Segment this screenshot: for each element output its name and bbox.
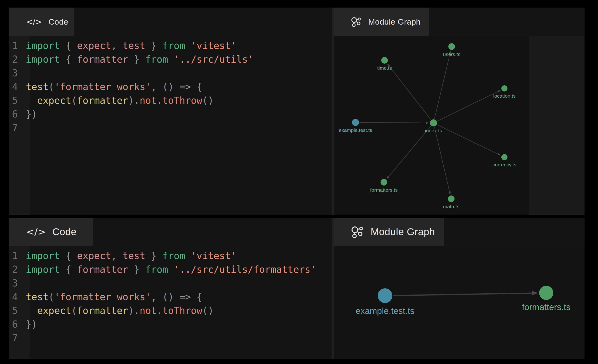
graph-node-time.ts[interactable] [381, 57, 388, 64]
bottom-code-panel: </> Code 1import { expect, test } from '… [9, 218, 332, 359]
graph-edge-arrowhead [498, 90, 501, 92]
graph-node-label: currency.ts [492, 162, 516, 167]
graph-edge-arrowhead [532, 291, 538, 295]
code-line-content: import { formatter } from '../src/utils' [26, 52, 253, 66]
graph-edge [434, 127, 449, 192]
graph-edge [437, 124, 498, 154]
graph-node-label: example.test.ts [356, 306, 415, 316]
demo-page: </> Code 1import { expect, test } from '… [9, 8, 584, 359]
code-line: 5 expect(formatter).not.toThrow() [9, 94, 332, 107]
graph-node-users.ts[interactable] [448, 43, 455, 50]
graph-node-label: users.ts [443, 51, 460, 57]
code-line: 5 expect(formatter).not.toThrow() [9, 304, 332, 317]
line-number: 7 [9, 121, 18, 135]
code-line-content: expect(formatter).not.toThrow() [26, 94, 214, 107]
tab-code-label: Code [52, 226, 77, 238]
module-graph-canvas[interactable]: example.test.tsformatters.ts [334, 246, 584, 359]
line-number: 6 [9, 317, 18, 331]
code-line-content: test('formatter works', () => { [26, 290, 202, 304]
code-editor[interactable]: 1import { expect, test } from 'vitest'2i… [9, 36, 332, 215]
graph-node-location.ts[interactable] [501, 85, 507, 91]
line-number: 2 [9, 263, 18, 276]
line-number: 4 [9, 290, 18, 304]
graph-node-label: formatters.ts [522, 302, 571, 312]
code-line: 1import { expect, test } from 'vitest' [9, 249, 332, 263]
top-graph-panel: Module Graph users.tstime.tslocation.tse… [334, 8, 584, 215]
graph-edge [389, 126, 431, 177]
tab-module-graph-label: Module Graph [368, 17, 421, 26]
graph-node-math.ts[interactable] [448, 196, 455, 202]
top-code-panel: </> Code 1import { expect, test } from '… [9, 8, 332, 215]
tab-module-graph[interactable]: Module Graph [334, 218, 444, 246]
line-number: 4 [9, 80, 18, 94]
module-graph-canvas[interactable]: users.tstime.tslocation.tsexample.test.t… [334, 36, 529, 215]
panel-divider [332, 8, 334, 215]
code-line-content: expect(formatter).not.toThrow() [26, 304, 214, 317]
code-line-content: }) [26, 317, 37, 331]
bottom-graph-header: Module Graph [334, 218, 584, 246]
code-line: 3 [9, 276, 332, 290]
graph-edge [359, 123, 426, 123]
code-line: 4test('formatter works', () => { [9, 80, 332, 94]
top-code-header: </> Code [9, 8, 332, 36]
graph-node-label: math.ts [443, 204, 459, 209]
bottom-graph-panel: Module Graph example.test.tsformatters.t… [334, 218, 584, 359]
line-number: 7 [9, 331, 18, 345]
bottom-code-header: </> Code [9, 218, 332, 246]
graph-edge-arrowhead [498, 153, 501, 155]
graph-node-label: time.ts [377, 65, 392, 71]
code-line-content: import { expect, test } from 'vitest' [26, 39, 236, 52]
graph-edge [393, 293, 532, 296]
code-icon: </> [26, 17, 42, 26]
graph-edge [437, 91, 498, 121]
graph-node-example.test.ts[interactable] [352, 119, 359, 126]
graph-edge-arrowhead [448, 191, 451, 195]
graph-node-label: index.ts [425, 128, 442, 133]
line-number: 2 [9, 52, 18, 66]
code-line: 2import { formatter } from '../src/utils… [9, 52, 332, 66]
graph-node-formatters.ts[interactable] [539, 286, 553, 300]
code-line: 2import { formatter } from '../src/utils… [9, 263, 332, 276]
graph-node-example.test.ts[interactable] [378, 288, 392, 303]
graph-panel-margin [529, 8, 584, 215]
graph-node-currency.ts[interactable] [501, 154, 507, 160]
code-line-content: test('formatter works', () => { [26, 80, 202, 94]
module-graph-icon [351, 16, 362, 27]
line-number: 5 [9, 94, 18, 107]
graph-node-index.ts[interactable] [430, 119, 437, 126]
line-number: 3 [9, 276, 18, 290]
module-graph-icon [351, 225, 364, 239]
tab-module-graph[interactable]: Module Graph [334, 8, 429, 36]
code-line: 7 [9, 331, 332, 345]
code-line: 4test('formatter works', () => { [9, 290, 332, 304]
code-line: 3 [9, 66, 332, 80]
graph-node-label: example.test.ts [339, 127, 372, 133]
graph-edge [389, 66, 431, 120]
graph-node-label: formatters.ts [370, 187, 398, 193]
code-line: 1import { expect, test } from 'vitest' [9, 39, 332, 52]
tab-module-graph-label: Module Graph [371, 226, 435, 238]
line-number: 5 [9, 304, 18, 317]
graph-node-label: location.ts [493, 93, 516, 99]
top-graph-header: Module Graph [334, 8, 584, 36]
line-number: 1 [9, 39, 18, 52]
code-icon: </> [26, 226, 46, 238]
code-line: 6}) [9, 317, 332, 331]
graph-edge [434, 54, 450, 119]
code-line-content: import { formatter } from '../src/utils/… [26, 263, 316, 276]
tab-code[interactable]: </> Code [9, 218, 93, 246]
panel-divider [332, 218, 334, 359]
bottom-card: </> Code 1import { expect, test } from '… [9, 218, 584, 359]
tab-code[interactable]: </> Code [9, 8, 74, 36]
graph-node-formatters.ts[interactable] [381, 179, 387, 186]
code-line-content: import { expect, test } from 'vitest' [26, 249, 236, 263]
code-line: 6}) [9, 107, 332, 121]
line-number: 3 [9, 66, 18, 80]
top-card: </> Code 1import { expect, test } from '… [9, 8, 584, 215]
tab-code-label: Code [49, 17, 68, 26]
line-number: 6 [9, 107, 18, 121]
code-editor[interactable]: 1import { expect, test } from 'vitest'2i… [9, 246, 332, 359]
code-line: 7 [9, 121, 332, 135]
code-line-content: }) [26, 107, 37, 121]
line-number: 1 [9, 249, 18, 263]
